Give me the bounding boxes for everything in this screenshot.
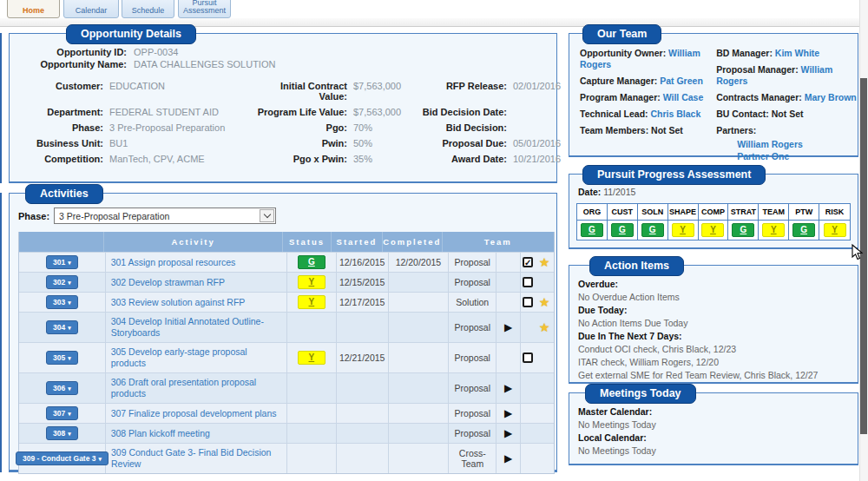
activity-completed-cell bbox=[389, 373, 450, 403]
activity-menu-button[interactable]: 308▾ bbox=[46, 426, 78, 440]
activity-menu-button[interactable]: 305▾ bbox=[46, 351, 78, 365]
team-member-link[interactable]: Pat Green bbox=[660, 76, 703, 86]
team-field-label: BU Contact: bbox=[716, 109, 769, 119]
activity-checkbox-cell bbox=[521, 424, 535, 443]
activity-checkbox[interactable] bbox=[523, 353, 533, 363]
activity-play-cell: ▶ bbox=[496, 373, 521, 403]
play-icon[interactable]: ▶ bbox=[504, 382, 512, 394]
activity-link[interactable]: 308 Plan kickoff meeting bbox=[111, 428, 210, 439]
field-label: Proposal Due: bbox=[413, 138, 507, 148]
star-icon[interactable]: ★ bbox=[539, 320, 550, 334]
activity-menu-button[interactable]: 307▾ bbox=[46, 406, 78, 420]
team-field-label: Opportunity Owner: bbox=[580, 48, 666, 58]
activity-status-cell bbox=[287, 424, 337, 443]
activity-checkbox[interactable] bbox=[523, 297, 533, 307]
play-icon[interactable]: ▶ bbox=[504, 321, 512, 333]
section-heading: Local Calendar: bbox=[578, 432, 858, 445]
section-item: No Overdue Action Items bbox=[578, 291, 858, 304]
assessment-col-cust: CUST bbox=[608, 204, 638, 221]
left-edge-border bbox=[0, 33, 2, 183]
activity-action-cell: 307▾ bbox=[19, 404, 106, 423]
play-icon[interactable]: ▶ bbox=[504, 407, 512, 419]
team-member-link[interactable]: Kim White bbox=[775, 48, 819, 58]
assessment-rating-badge[interactable]: Y bbox=[762, 223, 785, 237]
chevron-down-icon[interactable] bbox=[260, 209, 274, 222]
play-icon[interactable]: ▶ bbox=[504, 452, 512, 465]
activity-menu-button[interactable]: 306▾ bbox=[46, 381, 78, 395]
activity-checkbox[interactable] bbox=[523, 277, 533, 287]
caret-down-icon: ▾ bbox=[68, 355, 71, 361]
star-icon[interactable]: ★ bbox=[539, 295, 550, 309]
assessment-col-soln: SOLN bbox=[638, 204, 668, 221]
tab-calendar[interactable]: Calendar bbox=[63, 0, 119, 18]
team-member-link[interactable]: William Rogers bbox=[737, 138, 858, 150]
activity-completed-cell bbox=[389, 404, 450, 423]
activity-row: 304▾304 Develop Initial Annotated Outlin… bbox=[19, 312, 554, 342]
team-field: Capture Manager: Pat Green bbox=[580, 76, 709, 87]
assessment-rating-badge[interactable]: Y bbox=[701, 223, 724, 237]
activity-link[interactable]: 301 Assign proposal resources bbox=[111, 257, 236, 268]
activity-link[interactable]: 305 Develop early-stage proposal product… bbox=[111, 346, 281, 369]
activity-menu-button[interactable]: 309 - Conduct Gate 3▾ bbox=[16, 451, 108, 465]
caret-down-icon: ▾ bbox=[68, 260, 71, 266]
activity-link[interactable]: 307 Finalize proposal development plans bbox=[111, 408, 277, 419]
tab-home[interactable]: Home bbox=[7, 0, 60, 18]
assessment-rating-badge[interactable]: G bbox=[581, 223, 603, 237]
section-item: Get external SME for Red Team Review, Ch… bbox=[578, 369, 858, 382]
assessment-rating-badge[interactable]: G bbox=[641, 223, 664, 237]
activity-menu-button[interactable]: 301▾ bbox=[46, 255, 78, 269]
assessment-rating-badge[interactable]: G bbox=[732, 223, 754, 237]
team-member-link[interactable]: Mary Brown bbox=[805, 92, 857, 102]
field-value: 50% bbox=[353, 138, 407, 148]
activity-link[interactable]: 306 Draft oral presentation proposal pro… bbox=[111, 377, 281, 399]
status-badge[interactable]: Y bbox=[298, 351, 326, 365]
activity-team-cell: Proposal bbox=[449, 424, 496, 443]
assessment-rating-badge[interactable]: Y bbox=[672, 223, 694, 237]
play-icon[interactable]: ▶ bbox=[504, 427, 512, 439]
team-field-label: Proposal Manager: bbox=[716, 64, 799, 75]
team-member-link[interactable]: Chris Black bbox=[651, 109, 701, 119]
team-field: BD Manager: Kim White bbox=[716, 48, 858, 59]
status-badge[interactable]: Y bbox=[298, 295, 326, 309]
activity-name-cell: 309 Conduct Gate 3- Final Bid Decision R… bbox=[106, 444, 287, 473]
field-label: Department: bbox=[10, 107, 103, 117]
activity-menu-button[interactable]: 304▾ bbox=[46, 320, 78, 334]
phase-row: Phase: 3 Pre-Proposal Preparation bbox=[18, 208, 556, 224]
assessment-value-cell: Y bbox=[759, 221, 789, 240]
tab-schedule[interactable]: Schedule bbox=[122, 0, 174, 18]
activity-menu-button[interactable]: 302▾ bbox=[46, 275, 78, 289]
team-field-value: Not Set bbox=[772, 109, 804, 119]
field-label: Business Unit: bbox=[10, 138, 103, 148]
caret-down-icon: ▾ bbox=[68, 431, 71, 437]
meetings-list: Master Calendar:No Meetings TodayLocal C… bbox=[578, 405, 858, 458]
assessment-rating-badge[interactable]: Y bbox=[824, 223, 846, 237]
team-field-label: Partners: bbox=[716, 125, 756, 135]
tab-pursuit-assessment[interactable]: Pursuit Assessment bbox=[178, 0, 231, 18]
activity-menu-button[interactable]: 303▾ bbox=[46, 295, 78, 309]
team-member-link[interactable]: Will Case bbox=[663, 92, 704, 102]
assessment-table: ORGCUSTSOLNSHAPECOMPSTRATTEAMPTWRISKGGGY… bbox=[576, 203, 851, 240]
activity-checkbox[interactable]: ✓ bbox=[523, 257, 533, 267]
activity-status-cell: Y bbox=[287, 343, 337, 372]
status-badge[interactable]: G bbox=[298, 255, 326, 269]
assessment-col-team: TEAM bbox=[759, 204, 789, 221]
phase-select[interactable]: 3 Pre-Proposal Preparation bbox=[54, 208, 276, 224]
activity-team-cell: Solution bbox=[449, 293, 496, 312]
field-value: 70% bbox=[353, 122, 407, 133]
assessment-rating-badge[interactable]: G bbox=[792, 223, 815, 237]
team-member-link[interactable]: Partner One bbox=[737, 150, 858, 162]
activity-action-cell: 306▾ bbox=[19, 373, 106, 403]
activity-checkbox-cell bbox=[521, 273, 535, 292]
field-value: 35% bbox=[353, 154, 407, 164]
opportunity-top-fields: Opportunity ID:OPP-0034Opportunity Name:… bbox=[10, 46, 549, 70]
assessment-rating-badge[interactable]: G bbox=[611, 223, 634, 237]
activity-link[interactable]: 302 Develop strawman RFP bbox=[111, 277, 225, 288]
activity-team-cell: Cross-Team bbox=[449, 444, 496, 473]
vertical-scrollbar-track[interactable] bbox=[859, 0, 868, 481]
status-badge[interactable]: Y bbox=[298, 275, 326, 289]
activity-menu-button-label: 303 bbox=[53, 298, 65, 306]
activity-link[interactable]: 309 Conduct Gate 3- Final Bid Decision R… bbox=[111, 447, 281, 470]
activity-link[interactable]: 303 Review solution against RFP bbox=[111, 297, 246, 308]
activity-link[interactable]: 304 Develop Initial Annotated Outline- S… bbox=[111, 316, 281, 339]
star-icon[interactable]: ★ bbox=[539, 255, 550, 269]
